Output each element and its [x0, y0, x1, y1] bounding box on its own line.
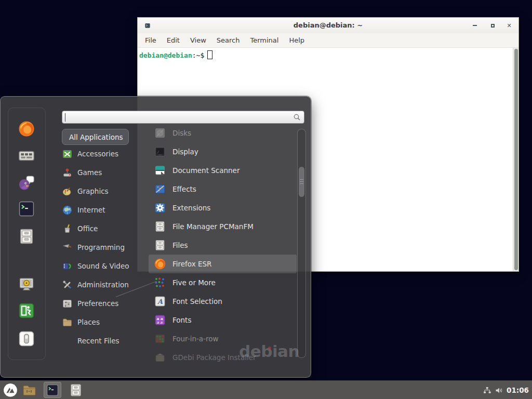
category-preferences[interactable]: Preferences	[62, 294, 147, 313]
favorites-column	[8, 108, 46, 360]
system-tray: 01:06	[483, 381, 532, 399]
menu-scrollbar-thumb[interactable]	[299, 167, 304, 197]
application-list: DisksDisplayDocument ScannerEffectsExten…	[149, 127, 297, 367]
category-recent-files[interactable]: Recent Files	[62, 331, 147, 350]
maximize-icon[interactable]	[487, 18, 498, 33]
app-item-document-scanner[interactable]: Document Scanner	[149, 161, 297, 180]
network-icon[interactable]	[483, 386, 491, 395]
category-internet[interactable]: Internet	[62, 201, 147, 219]
volume-icon[interactable]	[495, 386, 503, 395]
category-list: AccessoriesGamesGraphicsInternetOfficePr…	[62, 144, 147, 350]
fonts-icon: a aa a	[154, 314, 166, 326]
search-icon	[292, 113, 302, 122]
terminal-menu-file[interactable]: File	[140, 34, 162, 46]
wallpaper-watermark: debian	[239, 342, 299, 361]
app-item-label: Document Scanner	[172, 166, 240, 175]
keyboard-shortcut-icon[interactable]	[18, 147, 35, 165]
category-programming[interactable]: Programming	[62, 238, 147, 257]
app-item-disks[interactable]: Disks	[149, 127, 297, 142]
effects-icon	[154, 183, 166, 195]
category-office[interactable]: Office	[62, 219, 147, 238]
category-sound-video[interactable]: Sound & Video	[62, 257, 147, 275]
category-label: Administration	[77, 281, 129, 289]
terminal-menu-terminal[interactable]: Terminal	[245, 34, 284, 46]
app-item-label: Files	[172, 241, 188, 249]
file-cabinet-shortcut-icon[interactable]	[18, 228, 35, 245]
category-label: Office	[77, 224, 98, 233]
close-icon[interactable]: ✕	[504, 18, 514, 33]
category-accessories[interactable]: Accessories	[62, 144, 147, 163]
category-label: Accessories	[77, 150, 118, 158]
watermark-red-dot	[268, 347, 271, 350]
category-label: Graphics	[77, 187, 109, 195]
firefox-shortcut-icon[interactable]	[18, 120, 35, 138]
app-item-label: Four-in-a-row	[172, 335, 219, 343]
category-games[interactable]: Games	[62, 163, 147, 182]
app-item-fonts[interactable]: a aa aFonts	[149, 311, 297, 329]
minimize-icon[interactable]	[470, 18, 480, 33]
games-icon	[62, 167, 73, 178]
text-caret	[65, 113, 65, 122]
shutdown-icon[interactable]	[18, 330, 35, 348]
app-item-files[interactable]: Files	[149, 236, 297, 255]
all-applications-button[interactable]: All Applications	[62, 129, 129, 145]
font-selection-icon: A	[154, 295, 166, 308]
display-icon	[154, 145, 166, 158]
category-label: Preferences	[77, 299, 118, 308]
terminal-prompt: debian@debian:~$	[139, 50, 212, 59]
search-input[interactable]	[62, 111, 304, 124]
clock[interactable]: 01:06	[507, 386, 529, 394]
file-cabinet-icon	[154, 239, 166, 251]
terminal-scrollbar-thumb[interactable]	[514, 49, 518, 270]
terminal-task[interactable]	[44, 382, 61, 398]
taskbar: 01:06	[0, 380, 532, 399]
terminal-scrollbar[interactable]	[513, 48, 518, 271]
app-item-label: Fonts	[172, 316, 191, 324]
app-item-label: Font Selection	[172, 297, 222, 305]
category-places[interactable]: Places	[62, 313, 147, 331]
app-item-display[interactable]: Display	[149, 142, 297, 161]
category-label: Programming	[77, 243, 125, 251]
terminal-title: debian@debian: ~	[138, 18, 518, 33]
app-item-label: Effects	[172, 185, 196, 193]
pidgin-shortcut-icon[interactable]	[18, 174, 35, 191]
category-graphics[interactable]: Graphics	[62, 182, 147, 201]
app-item-label: File Manager PCManFM	[172, 222, 254, 231]
files-task[interactable]	[69, 383, 83, 397]
terminal-menu-search[interactable]: Search	[211, 34, 245, 46]
terminal-titlebar[interactable]: debian@debian: ~ ✕	[138, 18, 518, 34]
app-item-firefox-esr[interactable]: Firefox ESR	[149, 255, 297, 273]
terminal-menu-help[interactable]: Help	[284, 34, 310, 46]
terminal-menu-view[interactable]: View	[185, 34, 211, 46]
disks-icon	[154, 127, 166, 139]
terminal-cursor	[207, 50, 212, 59]
terminal-shortcut-icon[interactable]	[18, 200, 35, 218]
app-item-font-selection[interactable]: AFont Selection	[149, 292, 297, 311]
preferences-icon	[62, 298, 73, 309]
terminal-menu-edit[interactable]: Edit	[162, 34, 185, 46]
app-item-five-or-more[interactable]: Five or More	[149, 273, 297, 292]
app-item-extensions[interactable]: Extensions	[149, 198, 297, 217]
file-cabinet-icon	[154, 220, 166, 233]
administration-icon	[62, 280, 73, 290]
category-label: Internet	[77, 206, 105, 214]
firefox-icon	[154, 258, 166, 270]
accessories-icon	[62, 149, 73, 159]
app-item-effects[interactable]: Effects	[149, 180, 297, 198]
terminal-menubar: FileEditViewSearchTerminalHelp	[138, 33, 518, 48]
app-item-label: Display	[172, 148, 198, 156]
logout-icon[interactable]	[18, 302, 35, 320]
category-administration[interactable]: Administration	[62, 275, 147, 294]
menu-scrollbar[interactable]	[297, 129, 306, 358]
app-item-file-manager-pcmanfm[interactable]: File Manager PCManFM	[149, 217, 297, 236]
file-manager-launcher[interactable]	[22, 383, 36, 397]
app-item-label: Five or More	[172, 278, 216, 287]
places-icon	[62, 317, 73, 328]
lock-screen-icon[interactable]	[18, 275, 35, 293]
internet-icon	[62, 205, 73, 216]
office-icon	[62, 223, 73, 234]
app-item-label: Firefox ESR	[172, 260, 211, 268]
five-or-more-icon	[154, 276, 166, 289]
category-label: Sound & Video	[77, 262, 129, 270]
menu-button[interactable]	[3, 383, 18, 397]
